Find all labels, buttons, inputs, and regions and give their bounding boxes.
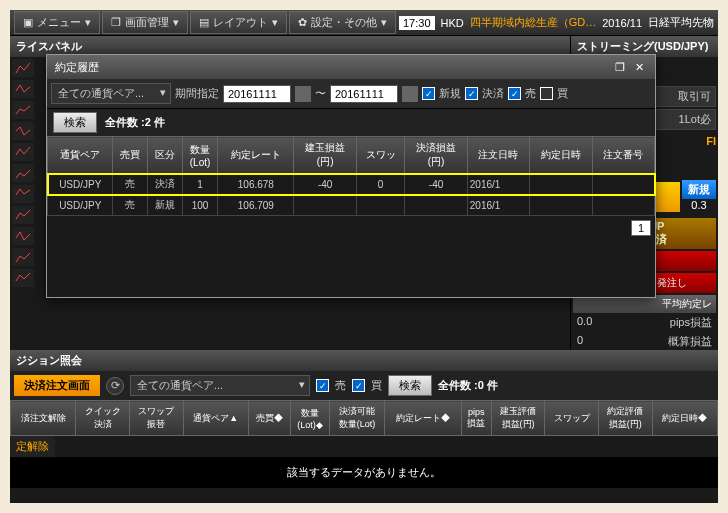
chart-icon[interactable] xyxy=(12,143,34,161)
settings-button[interactable]: ✿ 設定・その他 ▾ xyxy=(289,11,396,34)
pos-search-button[interactable]: 検索 xyxy=(388,375,432,396)
ticker: 17:30 HKD 四半期域内総生産（GD… 2016/11 日経平均先物 xyxy=(399,15,714,30)
pos-count: 全件数 :0 件 xyxy=(438,378,498,393)
position-panel: ジション照会 決済注文画面 ⟳ 全ての通貨ペア... ✓売 ✓買 検索 全件数 … xyxy=(10,350,718,503)
date-to-input[interactable] xyxy=(330,85,398,103)
position-table: 済注文解除 クイック 決済 スワップ 振替 通貨ペア▲ 売買◆ 数量 (Lot)… xyxy=(10,400,718,436)
close-icon[interactable]: ✕ xyxy=(631,59,647,75)
pos-buy-checkbox[interactable]: ✓ xyxy=(352,379,365,392)
window-mgmt-button[interactable]: ❐ 画面管理 ▾ xyxy=(102,11,188,34)
new-checkbox[interactable]: ✓ xyxy=(422,87,435,100)
layout-button[interactable]: ▤ レイアウト ▾ xyxy=(190,11,287,34)
search-button[interactable]: 検索 xyxy=(53,112,97,133)
chart-sidebar xyxy=(10,56,46,356)
date-from-input[interactable] xyxy=(223,85,291,103)
no-data-message: 該当するデータがありません。 xyxy=(10,457,718,488)
menu-button[interactable]: ▣ メニュー ▾ xyxy=(14,11,100,34)
buy-checkbox[interactable] xyxy=(540,87,553,100)
table-row[interactable]: USD/JPY 売 新規 100 106.709 2016/1 xyxy=(48,195,655,216)
refresh-icon[interactable]: ⟳ xyxy=(106,377,124,395)
chart-icon[interactable] xyxy=(12,206,34,224)
chart-icon[interactable] xyxy=(12,164,34,182)
detach-icon[interactable]: ❐ xyxy=(615,61,625,74)
settle-order-button[interactable]: 決済注文画面 xyxy=(14,375,100,396)
modal-header[interactable]: 約定履歴 ❐ ✕ xyxy=(47,55,655,79)
chart-icon[interactable] xyxy=(12,269,34,287)
settle-checkbox[interactable]: ✓ xyxy=(465,87,478,100)
menubar: ▣ メニュー ▾ ❐ 画面管理 ▾ ▤ レイアウト ▾ ✿ 設定・その他 ▾ 1… xyxy=(10,10,718,36)
calendar-icon[interactable] xyxy=(295,86,311,102)
calendar-icon[interactable] xyxy=(402,86,418,102)
table-row[interactable]: USD/JPY 売 決済 1 106.678 -40 0 -40 2016/1 xyxy=(48,174,655,195)
modal-title: 約定履歴 xyxy=(55,60,99,75)
chart-icon[interactable] xyxy=(12,122,34,140)
new-order-tag[interactable]: 新規 xyxy=(682,180,716,199)
release-label: 定解除 xyxy=(10,436,55,457)
execution-table: 通貨ペア 売買 区分 数量 (Lot) 約定レート 建玉損益 (円) スワッ 決… xyxy=(47,136,655,216)
chart-icon[interactable] xyxy=(12,227,34,245)
chart-icon[interactable] xyxy=(12,185,34,203)
execution-history-modal: 約定履歴 ❐ ✕ 全ての通貨ペア... 期間指定 〜 ✓新規 ✓決済 ✓売 買 … xyxy=(46,54,656,298)
chart-icon[interactable] xyxy=(12,248,34,266)
pair-dropdown[interactable]: 全ての通貨ペア... xyxy=(51,83,171,104)
period-label: 期間指定 xyxy=(175,86,219,101)
position-title: ジション照会 xyxy=(16,353,82,368)
sell-checkbox[interactable]: ✓ xyxy=(508,87,521,100)
chart-icon[interactable] xyxy=(12,80,34,98)
chart-icon[interactable] xyxy=(12,101,34,119)
page-1[interactable]: 1 xyxy=(631,220,651,236)
result-count: 全件数 :2 件 xyxy=(105,115,165,130)
chart-icon[interactable] xyxy=(12,59,34,77)
pos-pair-dropdown[interactable]: 全ての通貨ペア... xyxy=(130,375,310,396)
pos-sell-checkbox[interactable]: ✓ xyxy=(316,379,329,392)
fi-label: FI xyxy=(706,135,716,147)
